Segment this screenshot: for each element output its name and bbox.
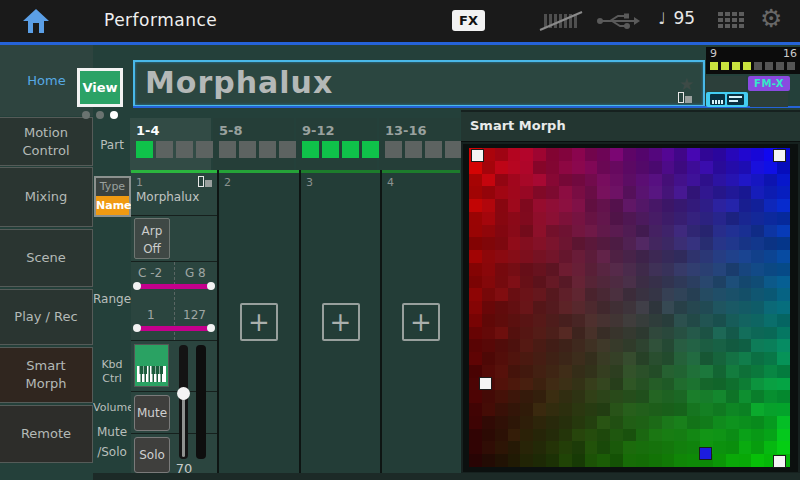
name-button[interactable]: Name — [96, 196, 129, 215]
part-indicator-panel: 9 16 — [706, 47, 800, 74]
row-label-solo: /Solo — [93, 445, 131, 460]
performance-home-screen: Performance FX ♩95 — [0, 0, 800, 480]
tempo-value: 95 — [674, 8, 696, 28]
note-range-high: G 8 — [185, 266, 206, 280]
part-tab-9-12[interactable]: 9-12 — [296, 118, 377, 170]
smart-morph-title: Smart Morph — [470, 118, 566, 133]
velocity-range-slider[interactable] — [136, 326, 212, 331]
morph-marker-white — [479, 377, 492, 390]
velocity-range-high: 127 — [183, 308, 206, 322]
status-cell-empty-1 — [706, 76, 746, 91]
tempo-display[interactable]: ♩95 — [658, 8, 695, 28]
view-button[interactable]: View — [77, 68, 123, 107]
part-2-add-button[interactable]: + — [240, 303, 278, 341]
part-3-strip[interactable]: 3 + — [301, 170, 380, 473]
motion-seq-keyboard-badge — [706, 92, 748, 107]
status-cell-empty-2 — [750, 92, 788, 107]
part-1-flag-icon — [198, 176, 212, 187]
part-1-volume-fader[interactable] — [179, 345, 188, 459]
name-field-underline — [133, 106, 800, 108]
sidebar-item-mixing[interactable]: Mixing — [0, 167, 93, 227]
note-range-slider[interactable] — [136, 284, 212, 289]
performance-name-field[interactable]: Morphalux — [133, 60, 705, 107]
part-tab-1-4[interactable]: 1-4 — [130, 118, 211, 172]
smart-morph-map-frame — [463, 144, 798, 472]
piano-keyboard-icon — [137, 366, 166, 382]
morph-marker-white — [773, 149, 786, 162]
favorite-star-icon[interactable]: ★ — [679, 74, 694, 94]
part-tab-13-16[interactable]: 13-16 — [379, 118, 460, 170]
part-indicator-start: 9 — [710, 47, 717, 60]
smart-morph-map[interactable] — [469, 148, 790, 467]
fader-knob[interactable] — [177, 387, 190, 400]
screen-title: Performance — [104, 10, 217, 30]
part-2-strip[interactable]: 2 + — [219, 170, 299, 473]
sidebar-item-motion-control[interactable]: Motion Control — [0, 117, 93, 166]
part-1-name: Morphalux — [136, 190, 199, 204]
velocity-range-low: 1 — [147, 308, 155, 322]
category-flag-icon — [678, 92, 692, 103]
part-tab-13-16-squares — [385, 141, 462, 158]
row-label-mute: Mute — [93, 425, 131, 440]
row-label-range: Range — [93, 292, 131, 307]
part-indicator-leds — [710, 62, 795, 70]
part-indicator-end: 16 — [783, 47, 797, 60]
row-label-part: Part — [93, 138, 131, 153]
fx-badge[interactable]: FX — [452, 10, 485, 31]
part-3-add-button[interactable]: + — [322, 303, 360, 341]
morph-marker-blue — [699, 447, 712, 460]
part-3-number: 3 — [306, 176, 313, 189]
part-1-arp-button[interactable]: Arp Off — [134, 218, 170, 259]
part-4-number: 4 — [387, 176, 394, 189]
part-1-solo-button[interactable]: Solo — [134, 437, 170, 473]
mini-keyboard-icon — [710, 94, 744, 105]
part-1-mute-button[interactable]: Mute — [134, 395, 170, 431]
smart-morph-header: Smart Morph — [461, 112, 800, 142]
performance-name: Morphalux — [145, 65, 333, 100]
part-tab-9-12-squares — [302, 141, 379, 158]
sidebar-item-smart-morph[interactable]: Smart Morph — [0, 347, 93, 403]
part-tab-5-8-squares — [219, 141, 296, 158]
sidebar-item-play-rec[interactable]: Play / Rec — [0, 289, 93, 345]
morph-marker-white — [773, 455, 786, 468]
bottom-edge — [93, 473, 800, 480]
part-4-add-button[interactable]: + — [402, 303, 440, 341]
quarter-note-icon: ♩ — [658, 9, 666, 28]
part-1-strip[interactable]: 1 Morphalux Arp Off C -2 G 8 1 127 — [131, 170, 217, 473]
engine-fmx-badge: FM-X — [748, 76, 790, 91]
note-range-low: C -2 — [138, 266, 162, 280]
live-set-grid-icon[interactable] — [718, 12, 744, 28]
part-1-number: 1 — [136, 176, 143, 189]
part-tab-5-8[interactable]: 5-8 — [213, 118, 294, 170]
utility-gear-icon[interactable]: ⚙ — [760, 4, 782, 33]
keyboard-slash-icon — [538, 10, 584, 32]
fader-fill — [182, 395, 185, 457]
row-label-volume: Volume — [93, 401, 131, 415]
top-status-bar: Performance FX ♩95 — [0, 0, 800, 42]
smart-morph-panel: Smart Morph — [461, 110, 800, 480]
home-icon[interactable] — [22, 8, 50, 34]
part-tab-1-4-squares — [136, 141, 213, 158]
sidebar-item-scene[interactable]: Scene — [0, 229, 93, 287]
part-4-strip[interactable]: 4 + — [382, 170, 460, 473]
usb-icon — [596, 12, 640, 30]
type-name-toggle: Type Name — [94, 176, 131, 217]
part-1-level-meter — [196, 345, 206, 459]
part-2-number: 2 — [224, 176, 231, 189]
part-1-kbd-ctrl-button[interactable] — [134, 344, 169, 387]
accent-divider — [0, 42, 800, 45]
row-label-kbd-ctrl: Kbd Ctrl — [93, 358, 131, 386]
page-indicator-dots — [82, 111, 122, 119]
morph-marker-white — [471, 149, 484, 162]
type-button[interactable]: Type — [96, 178, 129, 196]
sidebar-item-remote[interactable]: Remote — [0, 405, 93, 463]
